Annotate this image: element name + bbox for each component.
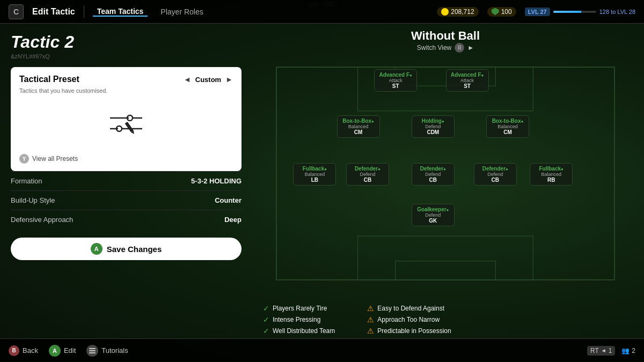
player-role: Box-to-Box● [491,118,524,124]
xp-bar [553,11,596,13]
view-all-presets[interactable]: Y View all Presets [19,154,233,164]
player-card-cm-right[interactable]: Box-to-Box● Balanced CM [486,115,529,138]
player-card-lb[interactable]: Fullback● Balanced LB [293,163,336,186]
player-role: Defender● [351,166,384,172]
switch-arrow: ► [467,44,474,51]
preset-next-arrow[interactable]: ► [225,75,233,84]
player-style: Defend [351,172,384,177]
top-navigation: C Edit Tactic Team Tactics Player Roles … [0,0,644,24]
tactics-icon [105,108,148,141]
player-style: Defend [416,124,450,129]
rt-value: 1 [609,347,612,354]
preset-header: Tactical Preset ◄ Custom ► [19,75,233,84]
rt-label: RT [590,347,599,354]
player-card-st-left[interactable]: Advanced F● Attack ST [374,69,417,92]
pitch-wrapper: Advanced F● Attack ST Advanced F● Attack… [258,55,633,335]
con-item-3: ⚠ Predictable in Possession [367,327,451,335]
rt-badge: RT ◄ 1 [587,346,615,356]
b-button: B [9,345,19,356]
player-role: Defender● [479,166,512,172]
player-card-rb[interactable]: Fullback● Balanced RB [530,163,573,186]
pro-item-1: ✓ Players Rarely Tire [263,304,335,313]
player-style: Attack [451,78,484,83]
player-card-cb-center[interactable]: Defender● Defend CB [412,163,455,186]
tutorials-button[interactable]: Tutorials [86,345,128,357]
currency-badge: 208,712 [437,7,478,17]
back-label: Back [23,346,38,354]
player-role: Advanced F● [379,72,412,78]
player-position: GK [416,218,450,224]
nav-logo: C [9,4,24,19]
people-value: 2 [632,347,635,354]
menu-line-3 [89,352,96,353]
player-position: CB [479,177,512,183]
back-button[interactable]: B Back [9,345,38,356]
currency-icon [441,8,449,16]
defense-row: Defensive Approach Deep [11,210,241,229]
people-count: 👥 2 [621,347,635,354]
bottom-bar: B Back A Edit Tutorials RT ◄ 1 👥 2 [0,338,644,362]
player-position: CB [416,177,450,183]
check-icon-1: ✓ [263,304,269,313]
y-button: Y [19,154,29,164]
formation-label: Formation [11,177,42,185]
preset-current-name: Custom [195,76,221,84]
player-position: ST [379,83,412,89]
svg-rect-6 [125,122,134,132]
buildup-value: Counter [215,196,241,204]
player-position: LB [298,177,331,183]
check-icon-2: ✓ [263,315,269,324]
switch-view-label: Switch View [417,44,451,51]
rt-icon: ◄ [601,348,606,353]
warn-icon-1: ⚠ [367,304,374,313]
player-card-st-right[interactable]: Advanced F● Attack ST [446,69,489,92]
player-style: Defend [479,172,512,177]
player-style: Defend [416,212,450,218]
save-changes-button[interactable]: A Save Changes [11,238,241,260]
main-content: Tactic 2 &zNYL##6?xQ Tactical Preset ◄ C… [0,24,644,362]
player-style: Balanced [491,124,524,129]
xp-container: LVL 27 128 to LVL 28 [525,8,635,16]
pro-item-2: ✓ Intense Pressing [263,315,335,324]
player-card-cb-right[interactable]: Defender● Defend CB [474,163,517,186]
formation-value: 5-3-2 HOLDING [191,177,241,185]
player-role: Advanced F● [451,72,484,78]
shield-icon [492,8,499,16]
r-button[interactable]: R [455,43,464,53]
left-panel: Tactic 2 &zNYL##6?xQ Tactical Preset ◄ C… [0,24,252,362]
check-icon-3: ✓ [263,327,269,335]
buildup-label: Build-Up Style [11,196,55,204]
people-icon: 👥 [621,347,630,354]
player-card-cm-left[interactable]: Box-to-Box● Balanced CM [337,115,380,138]
buildup-row: Build-Up Style Counter [11,190,241,210]
player-position: CDM [416,129,450,135]
tab-player-roles[interactable]: Player Roles [156,8,207,16]
player-card-cb-left[interactable]: Defender● Defend CB [346,163,389,186]
pros-column: ✓ Players Rarely Tire ✓ Intense Pressing… [263,304,335,335]
svg-rect-11 [358,236,533,280]
player-position: CM [342,129,375,135]
con-label-3: Predictable in Possession [377,327,451,335]
preset-card-title: Tactical Preset [19,75,79,84]
player-card-cdm[interactable]: Holding● Defend CDM [412,115,455,138]
tutorials-label: Tutorials [101,346,128,354]
warn-icon-2: ⚠ [367,315,374,324]
view-title: Without Ball [258,29,633,43]
player-position: CM [491,129,524,135]
nav-title: Edit Tactic [32,7,75,17]
a-button-edit: A [49,345,61,357]
formation-row: Formation 5-3-2 HOLDING [11,171,241,190]
pro-label-3: Well Distributed Team [273,327,335,335]
pro-item-3: ✓ Well Distributed Team [263,327,335,335]
preset-navigation: ◄ Custom ► [184,75,233,84]
player-style: Balanced [535,172,568,177]
tab-team-tactics[interactable]: Team Tactics [93,7,148,17]
player-position: CB [351,177,384,183]
edit-button[interactable]: A Edit [49,345,76,357]
player-position: RB [535,177,568,183]
save-label: Save Changes [107,245,162,254]
preset-prev-arrow[interactable]: ◄ [184,75,191,84]
level-badge: LVL 27 [525,8,550,16]
player-card-gk[interactable]: Goalkeeper● Defend GK [412,204,455,226]
con-item-2: ⚠ Approach Too Narrow [367,315,451,324]
